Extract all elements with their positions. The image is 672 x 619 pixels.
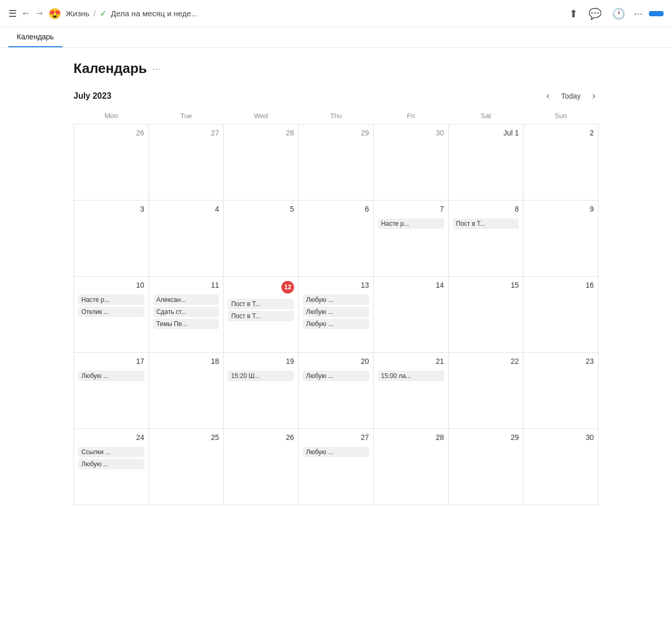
calendar-week-row: 2627282930Jul 12 [74, 124, 598, 201]
day-number: 23 [585, 357, 594, 365]
calendar-day-cell[interactable]: 16 [523, 277, 598, 353]
day-number: 3 [140, 205, 144, 213]
events-container: Насте р...Отклик ... [78, 295, 144, 317]
day-number: Jul 1 [503, 129, 519, 137]
calendar-day-cell[interactable]: 29 [448, 429, 523, 505]
page-title-nav: Дела на месяц и неде... [111, 9, 198, 18]
day-number: 25 [211, 433, 219, 442]
calendar-day-cell[interactable]: 12Пост в Т...Пост в Т... [224, 277, 299, 353]
calendar-day-cell[interactable]: 17Любую ... [74, 353, 149, 429]
day-number: 26 [136, 129, 144, 137]
calendar-day-cell[interactable]: 22 [448, 353, 523, 429]
weekday-fri: Fri [373, 109, 448, 124]
day-number: 11 [211, 281, 219, 289]
event-pill[interactable]: Насте р... [378, 218, 444, 229]
event-pill[interactable]: Отклик ... [78, 307, 144, 317]
calendar-day-cell[interactable]: 30 [523, 429, 598, 505]
event-pill[interactable]: Любую ... [78, 371, 144, 381]
calendar-day-cell[interactable]: 11Алексан...Сдать ст...Темы Пе... [149, 277, 224, 353]
event-pill[interactable]: Пост в Т... [453, 218, 519, 229]
event-pill[interactable]: Любую ... [303, 371, 369, 381]
calendar-day-cell[interactable]: 23 [523, 353, 598, 429]
event-pill[interactable]: Насте р... [78, 295, 144, 305]
calendar-day-cell[interactable]: 5 [224, 201, 299, 277]
calendar-day-cell[interactable]: 15 [448, 277, 523, 353]
day-number: 28 [286, 129, 295, 137]
calendar-day-cell[interactable]: 3 [74, 201, 149, 277]
event-pill[interactable]: Ссылки ... [78, 447, 144, 457]
calendar-day-cell[interactable]: 9 [523, 201, 598, 277]
event-pill[interactable]: Сдать ст... [153, 307, 219, 317]
calendar-day-cell[interactable]: Jul 1 [448, 124, 523, 201]
breadcrumb-sep: / [93, 9, 96, 18]
calendar-day-cell[interactable]: 27 [149, 124, 224, 201]
prev-month-button[interactable]: ‹ [543, 89, 553, 102]
calendar-day-cell[interactable]: 6 [299, 201, 374, 277]
calendar-day-cell[interactable]: 28 [373, 429, 448, 505]
tab-bar: Календарь [0, 27, 672, 48]
calendar-day-cell[interactable]: 24Ссылки ...Любую ... [74, 429, 149, 505]
calendar-day-cell[interactable]: 7Насте р... [373, 201, 448, 277]
more-icon[interactable]: ··· [634, 7, 643, 19]
tab-calendar[interactable]: Календарь [8, 27, 62, 47]
topbar-left: ☰ ← → 😍 Жизнь / ✓ Дела на месяц и неде..… [8, 7, 562, 20]
calendar-day-cell[interactable]: 28 [224, 124, 299, 201]
calendar-day-cell[interactable]: 25 [149, 429, 224, 505]
event-pill[interactable]: 15:20 Ш... [228, 371, 294, 381]
forward-icon[interactable]: → [35, 8, 44, 19]
page-content: Календарь ··· July 2023 ‹ Today › MonTue… [0, 48, 672, 518]
calendar-day-cell[interactable]: 18 [149, 353, 224, 429]
back-icon[interactable]: ← [21, 8, 30, 19]
weekday-tue: Tue [149, 109, 224, 124]
share-icon[interactable]: ⬆ [567, 5, 580, 22]
nav-group: ‹ Today › [543, 89, 598, 102]
calendar-day-cell[interactable]: 13Любую ...Любую ...Любую ... [299, 277, 374, 353]
day-number: 10 [136, 281, 144, 289]
event-pill[interactable]: Любую ... [78, 459, 144, 469]
calendar-day-cell[interactable]: 4 [149, 201, 224, 277]
heading-more-icon[interactable]: ··· [152, 62, 161, 75]
day-number: 18 [211, 357, 219, 365]
calendar-day-cell[interactable]: 29 [299, 124, 374, 201]
day-number: 29 [511, 433, 519, 442]
calendar-day-cell[interactable]: 30 [373, 124, 448, 201]
calendar-day-cell[interactable]: 27Любую ... [299, 429, 374, 505]
calendar-day-cell[interactable]: 2115:00 ла... [373, 353, 448, 429]
day-number: 20 [361, 357, 369, 365]
calendar-day-cell[interactable]: 10Насте р...Отклик ... [74, 277, 149, 353]
day-number: 22 [511, 357, 519, 365]
day-number: 21 [436, 357, 444, 365]
blue-button[interactable] [649, 11, 664, 16]
topbar-right: ⬆ 💬 🕐 ··· [567, 5, 664, 22]
event-pill[interactable]: Любую ... [303, 319, 369, 329]
today-button[interactable]: Today [556, 90, 586, 102]
calendar-day-cell[interactable]: 14 [373, 277, 448, 353]
calendar-day-cell[interactable]: 20Любую ... [299, 353, 374, 429]
calendar-day-cell[interactable]: 26 [224, 429, 299, 505]
next-month-button[interactable]: › [589, 89, 598, 102]
weekday-sat: Sat [448, 109, 523, 124]
events-container: Любую ... [303, 371, 369, 381]
event-pill[interactable]: Любую ... [303, 295, 369, 305]
event-pill[interactable]: Темы Пе... [153, 319, 219, 329]
event-pill[interactable]: Пост в Т... [228, 311, 294, 321]
day-number: 29 [361, 129, 369, 137]
event-pill[interactable]: Любую ... [303, 447, 369, 457]
calendar-day-cell[interactable]: 8Пост в Т... [448, 201, 523, 277]
event-pill[interactable]: Алексан... [153, 295, 219, 305]
event-pill[interactable]: 15:00 ла... [378, 371, 444, 381]
calendar-day-cell[interactable]: 1915:20 Ш... [224, 353, 299, 429]
day-number: 5 [290, 205, 294, 213]
events-container: Любую ...Любую ...Любую ... [303, 295, 369, 329]
calendar-day-cell[interactable]: 26 [74, 124, 149, 201]
day-number: 7 [440, 205, 444, 213]
day-number: 2 [590, 129, 594, 137]
event-pill[interactable]: Любую ... [303, 307, 369, 317]
history-icon[interactable]: 🕐 [610, 5, 627, 22]
calendar-day-cell[interactable]: 2 [523, 124, 598, 201]
event-pill[interactable]: Пост в Т... [228, 299, 294, 309]
hamburger-icon[interactable]: ☰ [8, 8, 17, 19]
day-number: 16 [585, 281, 594, 289]
comment-icon[interactable]: 💬 [586, 5, 604, 22]
calendar-week-row: 17Любую ...181915:20 Ш...20Любую ...2115… [74, 353, 598, 429]
